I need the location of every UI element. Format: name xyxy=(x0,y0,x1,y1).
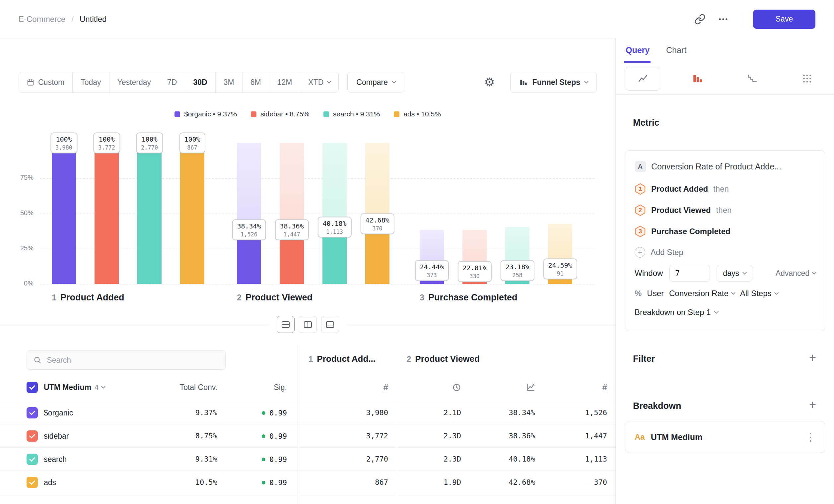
tab-chart[interactable]: Chart xyxy=(666,45,686,55)
funnel-bar-ads-step2[interactable]: 42.68%370 xyxy=(365,143,390,284)
table-rows: $organic9.37%0.993,9802.1D38.34%1,526sid… xyxy=(0,401,615,494)
sig-header[interactable]: Sig. xyxy=(274,373,287,401)
bar-pct: 100% xyxy=(56,135,72,143)
significance-value: 0.99 xyxy=(269,479,287,487)
layout-split-horizontal-button[interactable] xyxy=(277,316,294,333)
avg-time-cell: 1.9D xyxy=(443,471,461,494)
funnel-bar-ads-step1[interactable]: 100%867 xyxy=(180,143,204,284)
funnel-bar-sidebar-step1[interactable]: 100%3,772 xyxy=(94,143,119,284)
step-name: Purchase Completed xyxy=(428,293,518,303)
bar-value-label: 100%867 xyxy=(179,133,205,154)
bar-value-label: 42.68%370 xyxy=(360,213,394,234)
table-step2-header[interactable]: 2 Product Viewed xyxy=(407,354,480,364)
counting-method[interactable]: User xyxy=(647,289,664,298)
share-link-icon[interactable] xyxy=(694,14,706,25)
more-menu-icon[interactable] xyxy=(718,14,729,25)
step-axis-label: 1Product Added xyxy=(52,293,124,303)
chart-type-retention-tab[interactable] xyxy=(725,63,780,94)
breadcrumb: E-Commerce / Untitled xyxy=(19,15,107,24)
significance-dot xyxy=(262,481,265,484)
funnel-bar-$organic-step2[interactable]: 38.34%1,526 xyxy=(237,143,261,284)
y-axis-tick: 0% xyxy=(10,279,34,287)
funnel-bar-sidebar-step2[interactable]: 38.36%1,447 xyxy=(280,143,304,284)
funnel-bar-$organic-step3[interactable]: 24.44%373 xyxy=(420,143,444,284)
step2-pct-cell: 42.68% xyxy=(509,471,535,494)
measure-select[interactable]: Conversion Rate xyxy=(669,289,735,298)
funnel-step-item[interactable]: 2 Product Viewed then xyxy=(635,200,816,221)
topbar-actions: Save xyxy=(694,9,815,29)
gridline xyxy=(40,284,594,284)
series-checkbox[interactable] xyxy=(26,477,38,488)
breadcrumb-separator: / xyxy=(71,15,74,24)
chart-type-stickiness-tab[interactable] xyxy=(780,63,834,94)
funnel-bar-search-step3[interactable]: 23.18%258 xyxy=(505,143,529,284)
significance-cell: 0.99 xyxy=(262,448,287,471)
breakdown-item[interactable]: Aa UTM Medium ⋮ xyxy=(625,421,826,453)
save-button[interactable]: Save xyxy=(753,9,815,29)
kebab-menu-icon[interactable]: ⋮ xyxy=(805,431,816,443)
trend-column-icon[interactable] xyxy=(526,373,535,401)
funnel-step-item[interactable]: 3 Purchase Completed xyxy=(635,221,816,242)
series-checkbox[interactable] xyxy=(26,454,38,465)
bar-pct: 22.81% xyxy=(462,264,486,272)
chart-type-line-tab[interactable] xyxy=(616,63,671,94)
funnel-chart: 75%50%25%0%100%3,98038.34%1,52624.44%373… xyxy=(0,39,615,325)
step-number-badge: 3 xyxy=(635,226,646,237)
table-row[interactable]: ads10.5%0.998671.9D42.68%370 xyxy=(0,471,615,494)
series-checkbox[interactable] xyxy=(26,430,38,442)
table-row[interactable]: $organic9.37%0.993,9802.1D38.34%1,526 xyxy=(0,401,615,425)
funnel-bar-search-step2[interactable]: 40.18%1,113 xyxy=(323,143,347,284)
tab-query[interactable]: Query xyxy=(626,45,650,55)
bar-pct: 24.59% xyxy=(548,261,572,269)
funnel-step-item[interactable]: 1 Product Added then xyxy=(635,178,816,200)
table-row[interactable]: sidebar8.75%0.993,7722.3D38.36%1,447 xyxy=(0,425,615,448)
table-row[interactable]: search9.31%0.992,7702.3D40.18%1,113 xyxy=(0,448,615,471)
steps-scope-select[interactable]: All Steps xyxy=(740,289,778,298)
bar-count: 867 xyxy=(184,144,200,151)
bar-value-label: 100%2,770 xyxy=(136,133,163,154)
breadcrumb-project[interactable]: E-Commerce xyxy=(19,15,65,24)
funnel-bar-sidebar-step3[interactable]: 22.81%330 xyxy=(462,143,487,284)
bar-pct: 23.18% xyxy=(505,263,529,271)
select-all-checkbox[interactable] xyxy=(26,382,38,393)
layout-chart-only-button[interactable] xyxy=(321,316,339,333)
metric-badge: A xyxy=(635,161,646,172)
total-conv-header[interactable]: Total Conv. xyxy=(180,373,217,401)
filter-add-button[interactable]: + xyxy=(809,352,816,364)
window-input[interactable] xyxy=(670,265,710,281)
step-number-badge: 1 xyxy=(635,183,646,195)
bar-value-label: 100%3,980 xyxy=(50,133,77,154)
layout-split-vertical-button[interactable] xyxy=(299,316,317,333)
add-step-button[interactable]: + Add Step xyxy=(635,242,816,262)
window-unit-select[interactable]: days xyxy=(717,265,752,281)
step-name: Product Added xyxy=(60,293,125,303)
funnel-bar-$organic-step1[interactable]: 100%3,980 xyxy=(52,143,76,284)
total-conv-cell: 8.75% xyxy=(195,425,217,448)
step2-count-cell: 1,447 xyxy=(585,425,607,448)
chart-type-funnel-tab[interactable] xyxy=(671,63,725,94)
count-column-icon[interactable]: # xyxy=(383,373,388,401)
bar-count: 91 xyxy=(548,270,572,277)
advanced-toggle[interactable]: Advanced xyxy=(776,269,816,278)
funnel-bar-search-step1[interactable]: 100%2,770 xyxy=(137,143,161,284)
search-input[interactable] xyxy=(47,356,219,365)
search-box xyxy=(26,350,225,370)
breakdown-heading: Breakdown xyxy=(633,401,681,411)
bar-pct: 100% xyxy=(98,135,115,143)
row-label-cell: search xyxy=(26,448,67,471)
bar-count: 3,772 xyxy=(98,144,115,151)
metric-title-row[interactable]: A Conversion Rate of Product Adde... xyxy=(635,159,816,174)
breadcrumb-current[interactable]: Untitled xyxy=(80,15,107,24)
breakdown-on-select[interactable]: Breakdown on Step 1 xyxy=(635,303,816,322)
step-number: 3 xyxy=(420,293,424,302)
series-checkbox[interactable] xyxy=(26,407,38,418)
avg-time-column-icon[interactable] xyxy=(452,373,461,401)
breakdown-add-button[interactable]: + xyxy=(809,399,816,411)
table-step1-header[interactable]: 1 Product Add... xyxy=(309,354,375,364)
bar-count: 373 xyxy=(420,272,443,278)
breakdown-column-header[interactable]: UTM Medium 4 xyxy=(44,373,105,401)
count-column-icon[interactable]: # xyxy=(602,373,607,401)
bar-value-label: 24.59%91 xyxy=(543,259,577,279)
significance-cell: 0.99 xyxy=(262,401,287,425)
funnel-bar-ads-step3[interactable]: 24.59%91 xyxy=(548,143,572,284)
